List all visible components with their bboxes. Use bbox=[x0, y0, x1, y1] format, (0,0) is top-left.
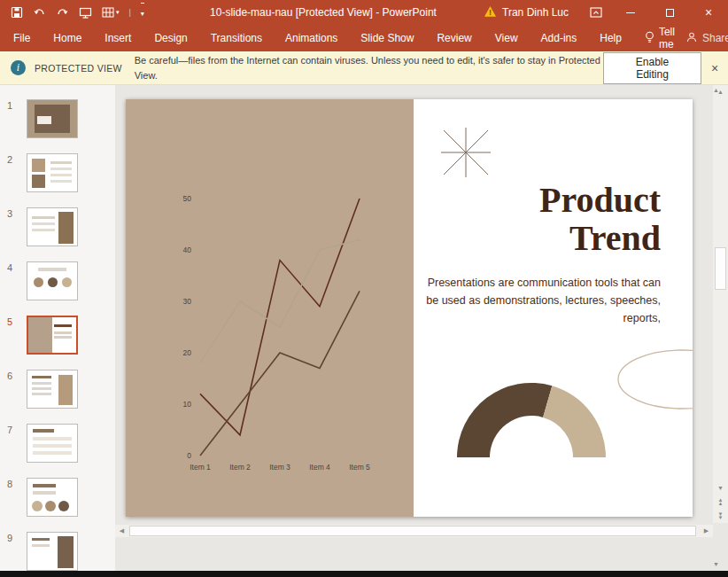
share-button[interactable]: Share bbox=[686, 32, 728, 45]
slide-thumbnail-1[interactable] bbox=[27, 99, 78, 138]
tab-view[interactable]: View bbox=[484, 25, 530, 51]
maximize-button[interactable] bbox=[650, 0, 689, 25]
svg-text:20: 20 bbox=[183, 348, 192, 357]
svg-text:40: 40 bbox=[183, 246, 192, 254]
vertical-scrollbar[interactable]: ▲ ▼ ▲▲ ▼▼ bbox=[713, 85, 728, 523]
quick-access-toolbar: ▾ | ▾ bbox=[0, 3, 144, 22]
protected-view-label: PROTECTED VIEW bbox=[35, 63, 122, 74]
enable-editing-button[interactable]: Enable Editing bbox=[603, 52, 701, 84]
slide-row-7: 7 bbox=[0, 424, 115, 463]
tab-design[interactable]: Design bbox=[143, 25, 198, 51]
horizontal-scroll-track[interactable] bbox=[128, 525, 700, 537]
vertical-scroll-thumb[interactable] bbox=[715, 247, 726, 290]
slide-number: 6 bbox=[7, 370, 27, 409]
qat-separator: | bbox=[129, 3, 131, 22]
person-icon bbox=[686, 32, 697, 45]
start-slideshow-icon[interactable] bbox=[79, 3, 92, 22]
next-slide-button[interactable]: ▼▼ bbox=[713, 509, 728, 523]
slide-thumbnail-9[interactable] bbox=[27, 532, 78, 571]
scroll-left-icon[interactable]: ◀ bbox=[115, 527, 128, 534]
slide-row-9: 9 bbox=[0, 532, 115, 571]
ribbon-tab-bar: File Home Insert Design Transitions Anim… bbox=[0, 25, 728, 51]
tab-addins[interactable]: Add-ins bbox=[530, 25, 589, 51]
slide-number: 2 bbox=[7, 153, 27, 192]
svg-text:!: ! bbox=[489, 8, 492, 17]
slide-title: Product Trend bbox=[475, 181, 661, 257]
scroll-right-icon[interactable]: ▶ bbox=[700, 527, 713, 534]
slide-canvas[interactable]: 01020304050Item 1Item 2Item 3Item 4Item … bbox=[126, 99, 693, 517]
svg-text:10: 10 bbox=[183, 400, 192, 409]
svg-text:0: 0 bbox=[187, 451, 191, 460]
horizontal-scroll-thumb[interactable] bbox=[129, 526, 696, 536]
slide-number: 3 bbox=[7, 207, 27, 246]
slide-number: 5 bbox=[7, 316, 27, 355]
slide-row-5: 5 bbox=[0, 316, 115, 355]
screen-edge bbox=[0, 571, 728, 577]
save-icon[interactable] bbox=[11, 3, 23, 22]
minimize-button[interactable] bbox=[611, 0, 650, 25]
slide-row-1: 1 bbox=[0, 99, 115, 138]
svg-text:50: 50 bbox=[183, 194, 192, 203]
slide-number: 1 bbox=[7, 99, 27, 138]
undo-icon[interactable] bbox=[33, 3, 46, 22]
account-name[interactable]: ! Tran Dinh Luc bbox=[484, 5, 569, 20]
slide-number: 8 bbox=[7, 478, 27, 517]
panel-scroll-up-icon[interactable]: ▲ bbox=[713, 87, 719, 93]
tab-insert[interactable]: Insert bbox=[93, 25, 143, 51]
ellipse-decoration bbox=[616, 348, 693, 410]
warning-icon: ! bbox=[484, 5, 497, 20]
powerpoint-window: ▾ | ▾ 10-slide-mau-nau [Protected View] … bbox=[0, 0, 728, 577]
tab-transitions[interactable]: Transitions bbox=[199, 25, 274, 51]
scroll-down-icon[interactable]: ▼ bbox=[713, 481, 728, 495]
slide-thumbnail-3[interactable] bbox=[27, 207, 78, 246]
slide-body-text: Presentations are communication tools th… bbox=[423, 274, 661, 327]
redo-icon[interactable] bbox=[56, 3, 69, 22]
line-chart: 01020304050Item 1Item 2Item 3Item 4Item … bbox=[159, 190, 372, 482]
svg-text:30: 30 bbox=[183, 297, 192, 306]
panel-scroll-down-icon[interactable]: ▼ bbox=[713, 561, 719, 567]
tab-help[interactable]: Help bbox=[588, 25, 633, 51]
slide-number: 9 bbox=[7, 532, 27, 571]
tell-me-box[interactable]: Tell me bbox=[633, 26, 686, 51]
svg-text:Item 3: Item 3 bbox=[269, 463, 290, 472]
svg-text:Item 4: Item 4 bbox=[309, 463, 330, 472]
star-decoration-icon bbox=[436, 122, 496, 183]
workspace: 1 2 3 4 5 6 7 bbox=[0, 85, 728, 571]
lightbulb-icon bbox=[645, 31, 654, 46]
close-button[interactable]: × bbox=[689, 0, 728, 25]
slide-thumbnail-4[interactable] bbox=[27, 261, 78, 300]
tab-home[interactable]: Home bbox=[42, 25, 93, 51]
half-donut-chart bbox=[452, 379, 611, 459]
slide-thumbnail-6[interactable] bbox=[27, 370, 78, 409]
horizontal-scrollbar[interactable]: ◀ ▶ bbox=[115, 525, 713, 537]
slide-row-3: 3 bbox=[0, 207, 115, 246]
protected-view-message: Be careful—files from the Internet can c… bbox=[135, 53, 603, 82]
customize-qat-icon[interactable]: ▾ bbox=[141, 3, 144, 22]
svg-text:Item 1: Item 1 bbox=[190, 463, 211, 472]
info-icon: i bbox=[11, 60, 26, 75]
tab-review[interactable]: Review bbox=[425, 25, 483, 51]
titlebar-right: ! Tran Dinh Luc × bbox=[484, 0, 728, 25]
tab-file[interactable]: File bbox=[2, 25, 42, 51]
slide-thumbnail-7[interactable] bbox=[27, 424, 78, 463]
vertical-scroll-track[interactable] bbox=[713, 98, 728, 481]
slide-thumbnail-panel: 1 2 3 4 5 6 7 bbox=[0, 85, 115, 571]
message-bar-close-icon[interactable]: × bbox=[707, 61, 723, 75]
tab-animations[interactable]: Animations bbox=[274, 25, 349, 51]
tab-slideshow[interactable]: Slide Show bbox=[349, 25, 425, 51]
previous-slide-button[interactable]: ▲▲ bbox=[713, 495, 728, 509]
slide-row-6: 6 bbox=[0, 370, 115, 409]
slide-number: 4 bbox=[7, 261, 27, 300]
slide-number: 7 bbox=[7, 424, 27, 463]
svg-text:Item 5: Item 5 bbox=[349, 463, 370, 472]
ribbon-display-options-icon[interactable] bbox=[581, 0, 611, 25]
slide-row-4: 4 bbox=[0, 261, 115, 300]
slide-thumbnail-2[interactable] bbox=[27, 153, 78, 192]
slide-thumbnail-8[interactable] bbox=[27, 478, 78, 517]
svg-text:Item 2: Item 2 bbox=[229, 463, 251, 472]
slide-row-2: 2 bbox=[0, 153, 115, 192]
slide-thumbnail-5-selected[interactable] bbox=[27, 316, 78, 355]
protected-view-bar: i PROTECTED VIEW Be careful—files from t… bbox=[0, 51, 728, 85]
slide-row-8: 8 bbox=[0, 478, 115, 517]
touch-mode-icon[interactable]: ▾ bbox=[102, 3, 120, 22]
